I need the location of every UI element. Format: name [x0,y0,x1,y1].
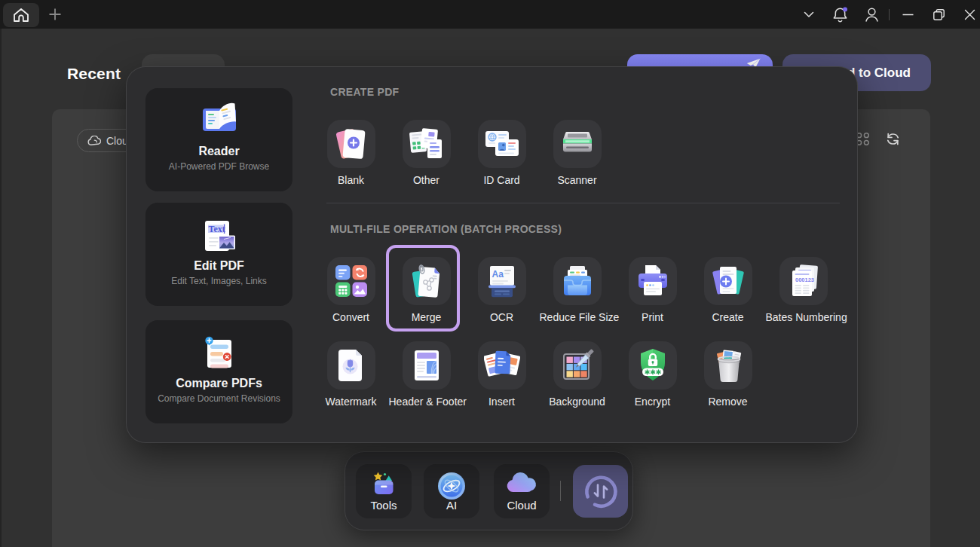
svg-text:000123: 000123 [795,277,814,283]
svg-text:Text: Text [208,224,225,234]
svg-text:Aa: Aa [492,269,504,280]
